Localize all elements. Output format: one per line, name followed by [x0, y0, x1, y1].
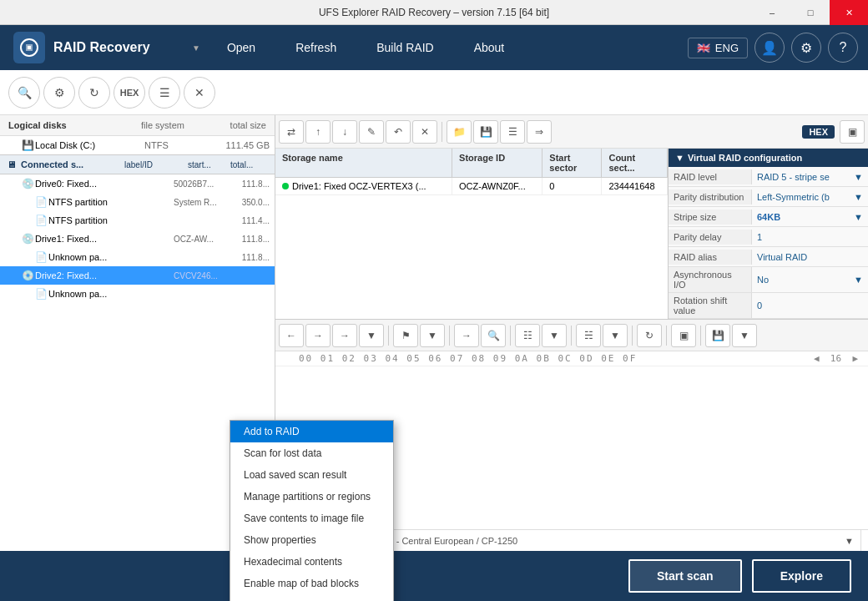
- hex-search-btn[interactable]: 🔍: [481, 324, 506, 347]
- hex-dd3-btn[interactable]: ▼: [542, 324, 567, 347]
- drive1-label: Drive1: Fixed...: [35, 234, 174, 244]
- async-io-label: Asynchronous I/O: [669, 267, 752, 292]
- ntfs-partition-2[interactable]: 📄 NTFS partition 111.4...: [0, 211, 275, 230]
- hex-fwd2-btn[interactable]: →: [332, 324, 357, 347]
- scan-tool-button[interactable]: ↻: [78, 77, 110, 109]
- help-icon-button[interactable]: ?: [828, 33, 858, 63]
- hex-view-btn[interactable]: ▣: [671, 324, 696, 347]
- rt-layers-btn[interactable]: ☰: [500, 120, 525, 144]
- menu-refresh[interactable]: Refresh: [275, 25, 356, 70]
- maximize-button[interactable]: □: [791, 0, 830, 25]
- rt-export-btn[interactable]: ⇒: [527, 120, 552, 144]
- ctx-add-to-raid[interactable]: Add to RAID: [230, 421, 393, 442]
- ntfs1-label: NTFS partition: [48, 197, 174, 207]
- rt-save-btn[interactable]: 💾: [473, 120, 498, 144]
- search-tool-button[interactable]: 🔍: [8, 77, 40, 109]
- col-total: total...: [230, 160, 268, 169]
- menubar-right: 🇬🇧 ENG 👤 ⚙ ?: [688, 33, 868, 63]
- hex-fwd-btn[interactable]: →: [305, 324, 331, 347]
- menu-build-raid[interactable]: Build RAID: [356, 25, 453, 70]
- language-selector[interactable]: 🇬🇧 ENG: [688, 38, 748, 58]
- connected-icon: 🖥: [7, 159, 16, 169]
- hex-column-header: 00 01 02 03 04 05 06 07 08 09 0A 0B 0C 0…: [275, 351, 868, 366]
- menu-about[interactable]: About: [454, 25, 525, 70]
- async-io-row: Asynchronous I/O No ▼: [669, 267, 868, 293]
- ctx-manage-partitions[interactable]: Manage partitions or regions: [230, 486, 393, 508]
- hex-save2-btn[interactable]: 💾: [705, 324, 730, 347]
- close-button[interactable]: ✕: [830, 0, 868, 25]
- close-tool-button[interactable]: ✕: [184, 77, 215, 109]
- drive2[interactable]: 💿 Drive2: Fixed... CVCV246...: [0, 266, 275, 285]
- info-tool-button[interactable]: ⚙: [43, 77, 75, 109]
- ctx-scan-lost[interactable]: Scan for lost data: [230, 442, 393, 464]
- menu-open[interactable]: Open: [207, 25, 275, 70]
- unknown1-icon: 📄: [33, 250, 48, 264]
- h-sep4: [571, 326, 572, 346]
- ctx-show-props[interactable]: Show properties: [230, 529, 393, 551]
- separator1: [442, 122, 442, 142]
- ntfs-partition-1[interactable]: 📄 NTFS partition System R... 350.0...: [0, 193, 275, 211]
- hex-dd2-btn[interactable]: ▼: [420, 324, 445, 347]
- rt-hex-alt-btn[interactable]: ▣: [840, 120, 865, 144]
- parity-delay-value: 1: [752, 230, 868, 245]
- drive-icon: 💿: [20, 177, 35, 190]
- ctx-mask-bad-blocks[interactable]: Mask bad blocks (with pattern): [230, 594, 393, 601]
- drive1[interactable]: 💿 Drive1: Fixed... OCZ-AW... 111.8...: [0, 230, 275, 248]
- table-raid-section: Storage name Storage ID Start sector Cou…: [275, 149, 868, 320]
- ctx-bad-blocks-map[interactable]: Enable map of bad blocks: [230, 573, 393, 594]
- hex-dd5-btn[interactable]: ▼: [732, 324, 757, 347]
- lang-label: ENG: [715, 42, 739, 54]
- rt-swap-btn[interactable]: ⇄: [279, 120, 304, 144]
- col-start-sector: Start sector: [542, 149, 602, 177]
- raid-level-value[interactable]: RAID 5 - stripe se ▼: [752, 169, 868, 184]
- hex-back-btn[interactable]: ←: [279, 324, 304, 347]
- parity-dist-value[interactable]: Left-Symmetric (b ▼: [752, 189, 868, 205]
- user-icon-button[interactable]: 👤: [754, 33, 785, 63]
- explore-button[interactable]: Explore: [752, 559, 851, 593]
- unknown-partition-1[interactable]: 📄 Unknown pa... 111.8...: [0, 248, 275, 266]
- table-row[interactable]: Drive1: Fixed OCZ-VERTEX3 (... OCZ-AWNZ0…: [275, 178, 668, 195]
- h-sep5: [632, 326, 633, 346]
- rt-folder-btn[interactable]: 📁: [447, 120, 472, 144]
- hex-refresh-btn[interactable]: ↻: [637, 324, 662, 347]
- settings-icon-button[interactable]: ⚙: [791, 33, 821, 63]
- rt-up-btn[interactable]: ↑: [305, 120, 331, 144]
- h-sep6: [666, 326, 667, 346]
- list-tool-button[interactable]: ☰: [149, 77, 180, 109]
- rt-edit-btn[interactable]: ✎: [359, 120, 384, 144]
- stripe-size-value[interactable]: 64KB ▼: [752, 210, 868, 225]
- local-disk-c[interactable]: 💾 Local Disk (C:) NTFS 111.45 GB: [0, 136, 275, 154]
- titlebar: UFS Explorer RAID Recovery – version 7.1…: [0, 0, 868, 25]
- menubar: RAID Recovery ▼ Open Refresh Build RAID …: [0, 25, 868, 70]
- start-scan-button[interactable]: Start scan: [628, 559, 742, 593]
- hex-dd-btn[interactable]: ▼: [359, 324, 384, 347]
- hex-tool-button[interactable]: HEX: [114, 77, 145, 109]
- rt-down-btn[interactable]: ↓: [332, 120, 357, 144]
- encoding-dropdown-icon[interactable]: ▼: [845, 536, 854, 546]
- rt-undo-btn[interactable]: ↶: [386, 120, 411, 144]
- raid-config-panel: ▼ Virtual RAID configuration RAID level …: [668, 149, 868, 319]
- hex-right-arr[interactable]: ▶: [852, 353, 858, 364]
- ctx-save-image[interactable]: Save contents to image file: [230, 508, 393, 529]
- hex-left-arr[interactable]: ◀: [814, 353, 820, 364]
- async-io-value[interactable]: No ▼: [752, 272, 868, 287]
- raid-alias-row: RAID alias Virtual RAID: [669, 247, 868, 267]
- ctx-load-scan[interactable]: Load saved scan result: [230, 464, 393, 486]
- hex-dd4-btn[interactable]: ▼: [603, 324, 628, 347]
- drive1-id: OCZ-AW...: [174, 235, 228, 244]
- hex-goto-btn[interactable]: →: [454, 324, 479, 347]
- dropdown4-icon: ▼: [854, 275, 863, 285]
- rotation-shift-value: 0: [752, 298, 868, 313]
- col-start: start...: [188, 160, 225, 169]
- hex-bookmark-btn[interactable]: ⚑: [393, 324, 418, 347]
- connected-status-dot: [282, 183, 289, 189]
- hex-copy-btn[interactable]: ☵: [576, 324, 601, 347]
- ctx-hex-contents[interactable]: Hexadecimal contents: [230, 551, 393, 573]
- app-logo: RAID Recovery: [0, 32, 192, 63]
- rt-delete-btn[interactable]: ✕: [412, 120, 437, 144]
- hex-grid-btn[interactable]: ☷: [515, 324, 540, 347]
- h-sep7: [700, 326, 701, 346]
- unknown-partition-2[interactable]: 📄 Unknown pa...: [0, 285, 275, 303]
- drive0[interactable]: 💿 Drive0: Fixed... 50026B7... 111.8...: [0, 174, 275, 193]
- minimize-button[interactable]: –: [753, 0, 791, 25]
